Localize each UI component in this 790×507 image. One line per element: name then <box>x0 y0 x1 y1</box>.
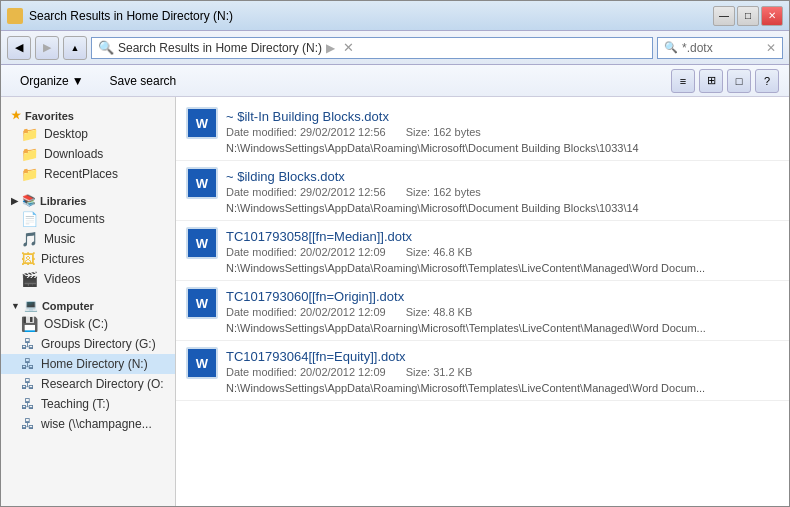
file-path: N:\WindowsSettings\AppData\Roaming\Micro… <box>186 202 779 214</box>
sidebar-item-downloads[interactable]: 📁 Downloads <box>1 144 175 164</box>
file-path: N:\WindowsSettings\AppData\Roaming\Micro… <box>186 142 779 154</box>
sidebar-item-label: OSDisk (C:) <box>44 317 108 331</box>
sidebar-item-label: Teaching (T:) <box>41 397 110 411</box>
main-area: ★ Favorites 📁 Desktop 📁 Downloads 📁 Rece… <box>1 97 789 506</box>
sidebar-item-research[interactable]: 🖧 Research Directory (O: <box>1 374 175 394</box>
title-bar-left: Search Results in Home Directory (N:) <box>7 8 233 24</box>
search-clear-button[interactable]: ✕ <box>766 41 776 55</box>
organize-button[interactable]: Organize ▼ <box>11 70 93 92</box>
file-item[interactable]: W TC101793060[[fn=Origin]].dotx Date mod… <box>176 281 789 341</box>
file-date: Date modified: 20/02/2012 12:09 <box>226 366 386 378</box>
preview-button[interactable]: □ <box>727 69 751 93</box>
address-text: Search Results in Home Directory (N:) <box>118 41 322 55</box>
folder-icon: 📁 <box>21 126 38 142</box>
title-bar: Search Results in Home Directory (N:) — … <box>1 1 789 31</box>
file-size: Size: 162 bytes <box>406 186 481 198</box>
file-item[interactable]: W TC101793064[[fn=Equity]].dotx Date mod… <box>176 341 789 401</box>
computer-icon: 💻 <box>24 299 38 312</box>
file-date: Date modified: 20/02/2012 12:09 <box>226 306 386 318</box>
save-search-button[interactable]: Save search <box>101 70 186 92</box>
forward-button[interactable]: ▶ <box>35 36 59 60</box>
file-size: Size: 162 bytes <box>406 126 481 138</box>
file-item-top: W ~ $ilt-In Building Blocks.dotx Date mo… <box>186 107 779 139</box>
file-info: TC101793058[[fn=Median]].dotx Date modif… <box>226 229 779 258</box>
file-size: Size: 46.8 KB <box>406 246 473 258</box>
sidebar-item-documents[interactable]: 📄 Documents <box>1 209 175 229</box>
libraries-icon: 📚 <box>22 194 36 207</box>
sidebar-item-label: Desktop <box>44 127 88 141</box>
file-date: Date modified: 29/02/2012 12:56 <box>226 186 386 198</box>
sidebar-item-osdisk[interactable]: 💾 OSDisk (C:) <box>1 314 175 334</box>
file-info: TC101793060[[fn=Origin]].dotx Date modif… <box>226 289 779 318</box>
music-icon: 🎵 <box>21 231 38 247</box>
save-search-label: Save search <box>110 74 177 88</box>
file-item-top: W TC101793060[[fn=Origin]].dotx Date mod… <box>186 287 779 319</box>
back-button[interactable]: ◀ <box>7 36 31 60</box>
network-icon: 🖧 <box>21 376 35 392</box>
picture-icon: 🖼 <box>21 251 35 267</box>
chevron-icon: ▶ <box>11 196 18 206</box>
sidebar-item-label: Music <box>44 232 75 246</box>
folder-icon: 📁 <box>21 146 38 162</box>
file-word-icon: W <box>186 347 218 379</box>
file-word-icon: W <box>186 227 218 259</box>
help-button[interactable]: ? <box>755 69 779 93</box>
file-list: W ~ $ilt-In Building Blocks.dotx Date mo… <box>176 97 789 405</box>
address-path[interactable]: 🔍 Search Results in Home Directory (N:) … <box>91 37 653 59</box>
view-options-button[interactable]: ≡ <box>671 69 695 93</box>
libraries-section-label: ▶ 📚 Libraries <box>1 190 175 209</box>
file-item[interactable]: W TC101793058[[fn=Median]].dotx Date mod… <box>176 221 789 281</box>
file-info: ~ $ilt-In Building Blocks.dotx Date modi… <box>226 109 779 138</box>
file-path: N:\WindowsSettings\AppData\Roaming\Micro… <box>186 382 779 394</box>
toolbar-right: ≡ ⊞ □ ? <box>671 69 779 93</box>
search-icon: 🔍 <box>664 41 678 54</box>
folder-icon: 📁 <box>21 166 38 182</box>
file-path: N:\WindowsSettings\AppData\Roaming\Micro… <box>186 262 779 274</box>
minimize-button[interactable]: — <box>713 6 735 26</box>
window-title: Search Results in Home Directory (N:) <box>29 9 233 23</box>
file-item[interactable]: W ~ $ilding Blocks.dotx Date modified: 2… <box>176 161 789 221</box>
sidebar-item-teaching[interactable]: 🖧 Teaching (T:) <box>1 394 175 414</box>
libraries-section-header: ▶ 📚 Libraries <box>1 190 175 209</box>
sidebar: ★ Favorites 📁 Desktop 📁 Downloads 📁 Rece… <box>1 97 176 506</box>
file-name: TC101793058[[fn=Median]].dotx <box>226 229 779 244</box>
file-path: N:\WindowsSettings\AppData\Roarning\Micr… <box>186 322 779 334</box>
folder-icon: 📄 <box>21 211 38 227</box>
sidebar-item-wise[interactable]: 🖧 wise (\\champagne... <box>1 414 175 434</box>
file-name: TC101793064[[fn=Equity]].dotx <box>226 349 779 364</box>
sidebar-item-pictures[interactable]: 🖼 Pictures <box>1 249 175 269</box>
address-bar: ◀ ▶ ▲ 🔍 Search Results in Home Directory… <box>1 31 789 65</box>
sidebar-item-groups[interactable]: 🖧 Groups Directory (G:) <box>1 334 175 354</box>
up-button[interactable]: ▲ <box>63 36 87 60</box>
sidebar-item-label: Documents <box>44 212 105 226</box>
sidebar-item-label: wise (\\champagne... <box>41 417 152 431</box>
file-item-top: W ~ $ilding Blocks.dotx Date modified: 2… <box>186 167 779 199</box>
star-icon: ★ <box>11 109 21 122</box>
network-icon: 🖧 <box>21 356 35 372</box>
file-date: Date modified: 20/02/2012 12:09 <box>226 246 386 258</box>
close-button[interactable]: ✕ <box>761 6 783 26</box>
address-clear-button[interactable]: ✕ <box>339 39 357 57</box>
file-word-icon: W <box>186 107 218 139</box>
file-meta: Date modified: 20/02/2012 12:09 Size: 48… <box>226 306 779 318</box>
file-meta: Date modified: 29/02/2012 12:56 Size: 16… <box>226 186 779 198</box>
file-item[interactable]: W ~ $ilt-In Building Blocks.dotx Date mo… <box>176 101 789 161</box>
sidebar-item-recentplaces[interactable]: 📁 RecentPlaces <box>1 164 175 184</box>
file-meta: Date modified: 20/02/2012 12:09 Size: 46… <box>226 246 779 258</box>
sidebar-item-label: Research Directory (O: <box>41 377 164 391</box>
view-toggle-button[interactable]: ⊞ <box>699 69 723 93</box>
sidebar-item-videos[interactable]: 🎬 Videos <box>1 269 175 289</box>
address-chevron: ▶ <box>326 41 335 55</box>
window-icon <box>7 8 23 24</box>
file-info: TC101793064[[fn=Equity]].dotx Date modif… <box>226 349 779 378</box>
organize-arrow: ▼ <box>72 74 84 88</box>
file-info: ~ $ilding Blocks.dotx Date modified: 29/… <box>226 169 779 198</box>
hdd-icon: 💾 <box>21 316 38 332</box>
sidebar-item-home[interactable]: 🖧 Home Directory (N:) <box>1 354 175 374</box>
title-controls: — □ ✕ <box>713 6 783 26</box>
sidebar-item-desktop[interactable]: 📁 Desktop <box>1 124 175 144</box>
maximize-button[interactable]: □ <box>737 6 759 26</box>
sidebar-item-music[interactable]: 🎵 Music <box>1 229 175 249</box>
search-input[interactable] <box>682 41 762 55</box>
file-item-top: W TC101793064[[fn=Equity]].dotx Date mod… <box>186 347 779 379</box>
